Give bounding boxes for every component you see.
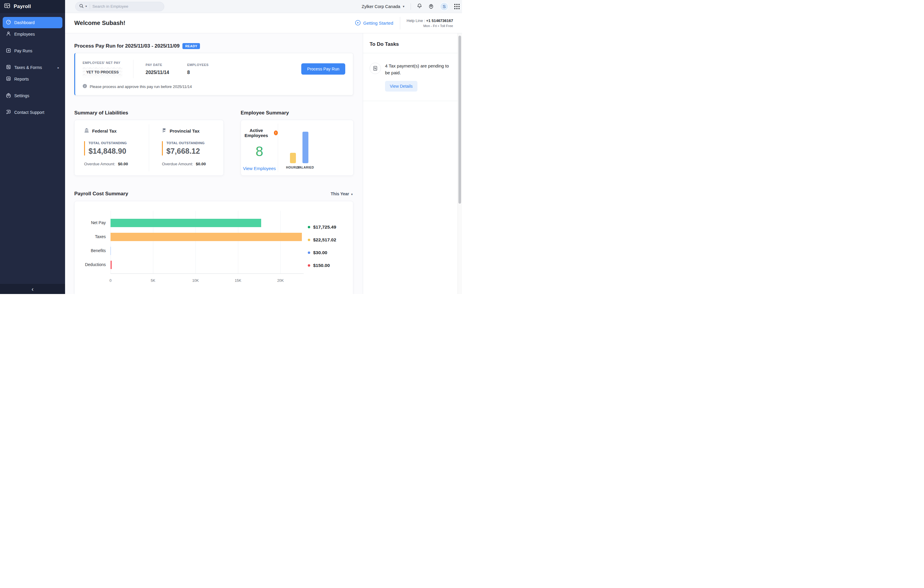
- warning-icon[interactable]: !: [274, 130, 278, 135]
- bell-icon: [417, 3, 422, 10]
- view-details-button[interactable]: View Details: [385, 81, 417, 92]
- scrollbar-track[interactable]: [457, 33, 462, 294]
- global-search[interactable]: ▼: [75, 2, 164, 11]
- process-pay-run-button[interactable]: Process Pay Run: [301, 63, 345, 74]
- sidebar-item-settings[interactable]: Settings: [3, 90, 63, 101]
- x-tick-label: 15K: [235, 279, 241, 283]
- employee-type-chart: HOURLYSALARIED: [278, 120, 353, 175]
- sidebar-item-pay-runs[interactable]: Pay Runs: [3, 45, 63, 56]
- scrollbar-thumb[interactable]: [459, 36, 461, 204]
- play-circle-icon: [355, 20, 361, 26]
- payroll-cost-title: Payroll Cost Summary: [74, 191, 128, 197]
- active-employees-label: Active Employees: [241, 128, 272, 138]
- settings-button[interactable]: [428, 3, 434, 10]
- topbar: ▼ Zylker Corp Canada ▼ S: [65, 0, 462, 13]
- provincial-tax-block: Provincial Tax TOTAL OUTSTANDING $7,668.…: [149, 120, 223, 175]
- gridline: [280, 211, 281, 274]
- liability-name: Federal Tax: [92, 129, 117, 134]
- legend-dot-icon: [308, 226, 310, 228]
- bar-net-pay: [111, 219, 261, 227]
- sidebar-item-label: Pay Runs: [14, 48, 32, 53]
- category-label: Net Pay: [74, 220, 106, 225]
- sidebar-item-label: Reports: [14, 77, 29, 81]
- net-pay-value: YET TO PROCESS: [82, 67, 122, 77]
- x-tick-label: 5K: [151, 279, 155, 283]
- search-input[interactable]: [92, 4, 160, 8]
- category-label: SALARIED: [297, 165, 314, 169]
- federal-outstanding-amount: $14,848.90: [89, 147, 149, 155]
- federal-tax-block: Federal Tax TOTAL OUTSTANDING $14,848.90…: [74, 120, 149, 175]
- notifications-button[interactable]: [417, 3, 422, 10]
- chevron-down-icon: ▼: [402, 5, 405, 8]
- todo-task-item: 4 Tax payment(s) are pending to be paid.: [363, 53, 457, 76]
- bar-benefits: [111, 247, 111, 255]
- contact-support-icon: [6, 109, 11, 116]
- stat-employees: EMPLOYEES 8: [187, 63, 209, 75]
- sidebar-item-contact-support[interactable]: Contact Support: [3, 107, 63, 118]
- getting-started-link[interactable]: Getting Started: [355, 20, 393, 26]
- app-root: Payroll Dashboard Employees Pay Runs Tax…: [0, 0, 462, 294]
- stat-pay-date: PAY DATE 2025/11/14: [134, 63, 187, 75]
- legend-entry: $150.00: [308, 263, 330, 268]
- help-line-number: +1 5146736167: [426, 18, 453, 23]
- help-line: Help Line : +1 5146736167 Mon - Fri • To…: [407, 18, 454, 28]
- dashboard-content: Process Pay Run for 2025/11/03 - 2025/11…: [65, 33, 363, 294]
- active-employees-count: 8: [241, 144, 278, 158]
- category-label: Taxes: [74, 234, 106, 239]
- liability-name: Provincial Tax: [170, 129, 200, 134]
- x-tick-label: 20K: [277, 279, 284, 283]
- sidebar-item-label: Taxes & Forms: [14, 65, 42, 70]
- app-grid-icon: [454, 4, 460, 9]
- help-line-hours: Mon - Fri • Toll Free: [407, 24, 454, 28]
- federal-tax-icon: [84, 128, 89, 134]
- bar-deductions: [111, 261, 112, 269]
- payrun-period: 2025/11/03 - 2025/11/09: [125, 43, 180, 49]
- outstanding-label: TOTAL OUTSTANDING: [167, 141, 223, 145]
- legend-value: $17,725.49: [313, 225, 336, 230]
- sidebar-item-employees[interactable]: Employees: [3, 28, 63, 40]
- employee-summary-title: Employee Summary: [241, 110, 289, 116]
- category-label: Benefits: [74, 248, 106, 253]
- todo-title: To Do Tasks: [363, 33, 457, 53]
- stat-label: EMPLOYEES' NET PAY: [82, 61, 133, 64]
- chevron-down-icon: ▼: [351, 193, 353, 196]
- todo-panel: To Do Tasks 4 Tax payment(s) are pending…: [363, 33, 457, 294]
- employees-count-value: 8: [187, 70, 209, 75]
- sidebar-collapse-button[interactable]: ‹: [0, 284, 65, 294]
- legend-value: $30.00: [313, 250, 327, 255]
- user-avatar[interactable]: S: [440, 2, 449, 11]
- legend-dot-icon: [308, 264, 310, 267]
- sidebar-item-label: Employees: [14, 32, 35, 36]
- company-selector[interactable]: Zylker Corp Canada ▼: [361, 4, 405, 9]
- provincial-tax-icon: [162, 128, 167, 134]
- search-scope-caret-icon[interactable]: ▼: [85, 5, 87, 8]
- sidebar-item-label: Dashboard: [14, 20, 35, 25]
- view-employees-link[interactable]: View Employees: [243, 166, 276, 171]
- sidebar-item-reports[interactable]: Reports: [3, 73, 63, 85]
- svg-text:i: i: [84, 85, 85, 88]
- help-line-label: Help Line :: [407, 18, 426, 23]
- avatar-initial: S: [443, 4, 446, 9]
- stat-label: PAY DATE: [145, 63, 187, 66]
- provincial-overdue-amount: $0.00: [196, 162, 206, 166]
- sidebar: Payroll Dashboard Employees Pay Runs Tax…: [0, 0, 65, 294]
- legend-entry: $17,725.49: [308, 225, 336, 230]
- taxes-forms-icon: [6, 64, 11, 71]
- stat-label: EMPLOYEES: [187, 63, 209, 66]
- sidebar-item-label: Settings: [14, 93, 30, 98]
- settings-icon: [6, 93, 11, 99]
- status-badge: READY: [182, 43, 200, 49]
- sidebar-item-dashboard[interactable]: Dashboard: [3, 17, 63, 28]
- payrun-note: i Please process and approve this pay ru…: [82, 84, 345, 89]
- payrun-card: EMPLOYEES' NET PAY YET TO PROCESS PAY DA…: [74, 53, 353, 96]
- sidebar-item-label: Contact Support: [14, 110, 44, 115]
- app-logo-row: Payroll: [0, 0, 65, 13]
- app-launcher-button[interactable]: [454, 4, 460, 9]
- divider: [90, 4, 90, 9]
- sidebar-item-taxes-forms[interactable]: Taxes & Forms ▸: [3, 62, 63, 73]
- x-tick-label: 0: [110, 279, 112, 283]
- company-name: Zylker Corp Canada: [361, 4, 400, 9]
- date-range-selector[interactable]: This Year▼: [331, 192, 353, 196]
- search-icon[interactable]: [79, 3, 84, 10]
- main-area: ▼ Zylker Corp Canada ▼ S: [65, 0, 462, 294]
